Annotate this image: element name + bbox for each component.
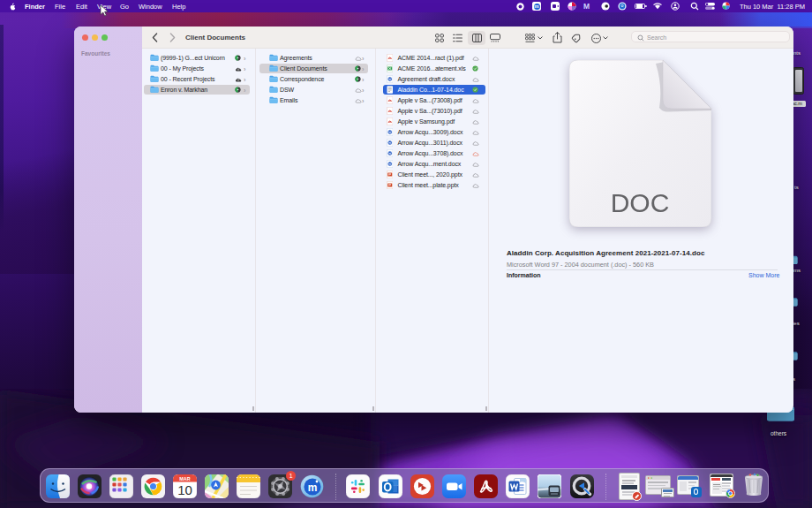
svg-text:m: m [308,481,318,494]
svg-text:DOC: DOC [611,188,670,217]
svg-text:10: 10 [177,482,192,497]
svg-text:MAR: MAR [179,476,190,481]
